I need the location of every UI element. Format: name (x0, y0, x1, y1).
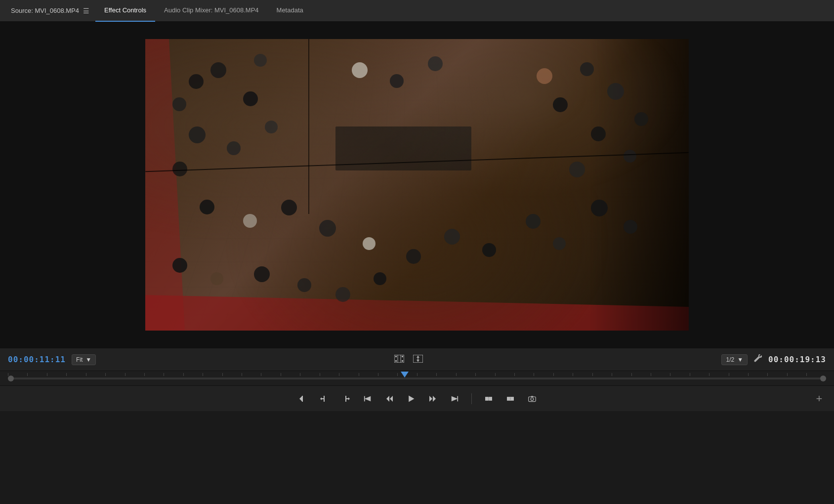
video-canvas (145, 39, 689, 331)
svg-rect-3 (402, 356, 403, 357)
svg-marker-21 (386, 396, 389, 402)
scrubber-playhead[interactable] (401, 372, 409, 378)
fit-dropdown[interactable]: Fit ▼ (72, 354, 96, 365)
tab-audio-clip-mixer[interactable]: Audio Clip Mixer: MVI_0608.MP4 (155, 0, 267, 22)
lift-button[interactable] (482, 392, 496, 406)
tab-metadata-label: Metadata (277, 6, 303, 14)
tab-effect-controls-label: Effect Controls (104, 6, 146, 14)
play-button[interactable] (404, 392, 418, 406)
step-to-out-button[interactable] (448, 392, 461, 406)
svg-marker-9 (417, 356, 419, 358)
tab-bar: Source: MVI_0608.MP4 ☰ Effect Controls A… (0, 0, 834, 22)
scrubber-bar[interactable] (0, 371, 834, 385)
svg-rect-4 (402, 360, 403, 362)
timecode-total: 00:00:19:13 (768, 355, 826, 364)
tab-source-label: Source: MVI_0608.MP4 (11, 7, 79, 14)
menu-icon[interactable]: ☰ (83, 7, 89, 15)
add-button[interactable]: + (812, 392, 826, 406)
filmstrip-icon[interactable] (394, 355, 404, 364)
scrubber-end-point[interactable] (820, 376, 826, 381)
frame-back-button[interactable] (382, 392, 396, 406)
quality-chevron-icon: ▼ (737, 356, 743, 363)
crowd-overlay (145, 39, 689, 331)
transport-separator (471, 393, 472, 404)
tab-audio-clip-mixer-label: Audio Clip Mixer: MVI_0608.MP4 (164, 6, 258, 14)
tab-effect-controls[interactable]: Effect Controls (95, 0, 155, 22)
svg-marker-25 (433, 396, 436, 402)
scrubber-track[interactable] (8, 378, 826, 379)
svg-point-36 (531, 398, 534, 401)
fit-chevron-icon: ▼ (85, 356, 91, 363)
frame-forward-button[interactable] (426, 392, 440, 406)
center-controls (394, 355, 423, 364)
step-to-in-button[interactable] (361, 392, 375, 406)
svg-marker-18 (348, 397, 350, 400)
timecode-current: 00:00:11:11 (8, 355, 66, 364)
mark-out-bracket-button[interactable] (339, 392, 353, 406)
right-controls: 1/2 ▼ 00:00:19:13 (721, 354, 826, 365)
svg-rect-28 (485, 397, 488, 400)
svg-rect-2 (395, 360, 397, 362)
wrench-icon[interactable] (753, 354, 762, 365)
svg-rect-37 (531, 396, 533, 397)
svg-marker-10 (417, 360, 419, 362)
svg-marker-27 (451, 396, 457, 401)
fit-label: Fit (76, 356, 83, 363)
control-bar: 00:00:11:11 Fit ▼ (0, 348, 834, 371)
quality-dropdown[interactable]: 1/2 ▼ (721, 354, 748, 365)
export-frame-button[interactable] (525, 392, 539, 406)
svg-marker-23 (409, 395, 414, 402)
tab-source[interactable]: Source: MVI_0608.MP4 ☰ (5, 0, 95, 22)
svg-rect-1 (395, 356, 397, 357)
svg-rect-31 (507, 397, 510, 400)
svg-marker-15 (320, 397, 322, 400)
quality-label: 1/2 (726, 356, 734, 363)
mark-in-button[interactable] (295, 392, 309, 406)
scrubber-start-point[interactable] (8, 376, 14, 381)
insert-icon[interactable] (413, 355, 423, 364)
svg-marker-22 (390, 396, 393, 402)
video-container (0, 22, 834, 348)
svg-rect-29 (489, 397, 492, 400)
svg-marker-24 (429, 396, 432, 402)
extract-button[interactable] (503, 392, 517, 406)
mark-in-bracket-button[interactable] (317, 392, 331, 406)
svg-marker-20 (364, 396, 370, 401)
transport-bar: + (0, 385, 834, 411)
video-frame (145, 39, 689, 331)
tab-metadata[interactable]: Metadata (268, 0, 312, 22)
svg-rect-32 (510, 397, 513, 400)
